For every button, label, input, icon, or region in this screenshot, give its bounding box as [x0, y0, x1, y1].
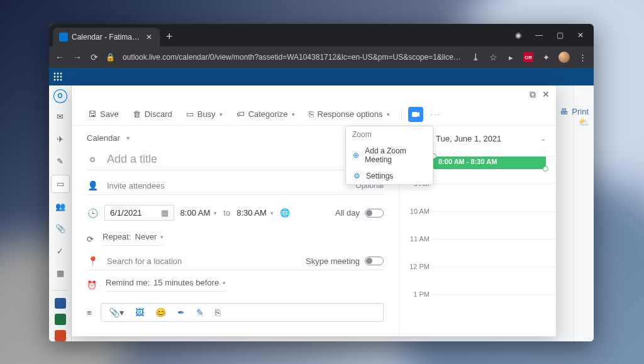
busy-selector[interactable]: ▭ Busy ▾ [181, 107, 228, 121]
record-icon[interactable]: ◉ [515, 31, 521, 40]
response-options-selector[interactable]: ⎘ Response options ▾ [304, 107, 395, 121]
svg-point-5 [60, 76, 62, 78]
rail-send-icon[interactable]: ✈ [52, 130, 69, 148]
print-button[interactable]: 🖶 Print [560, 107, 589, 116]
close-panel-icon[interactable]: ✕ [542, 89, 550, 99]
bookmark-star-icon[interactable]: ☆ [488, 52, 498, 62]
rail-todo-icon[interactable]: ✓ [52, 242, 69, 260]
rail-powerpoint-icon[interactable] [55, 330, 66, 341]
calendar-selector-label: Calendar [87, 133, 120, 143]
response-icon: ⎘ [309, 109, 314, 119]
hour-line [433, 184, 556, 184]
tab-close-icon[interactable]: ✕ [145, 33, 153, 41]
forward-button[interactable]: → [73, 52, 82, 62]
location-icon: 📍 [87, 256, 98, 266]
profile-avatar[interactable] [558, 52, 570, 63]
rail-mail-icon[interactable]: ✉ [52, 108, 69, 126]
remind-row: ⏰ Remind me: 15 minutes before ▾ [87, 278, 384, 292]
person-icon: 👤 [87, 180, 98, 190]
print-icon: 🖶 [560, 107, 568, 116]
side-addins-column: ⛅ [574, 85, 594, 341]
skype-toggle[interactable] [365, 256, 384, 265]
event-panel: ⧉ ✕ 🖫 Save 🗑 Discard ▭ Busy ▾ 🏷 [72, 85, 556, 336]
start-time-input[interactable]: 8:00 AM ▾ [180, 208, 218, 218]
app-launcher-icon[interactable] [49, 68, 67, 85]
datetime-row: 🕒 6/1/2021 ▦ 8:00 AM ▾ to 8:30 AM ▾ [87, 202, 384, 224]
attendees-input[interactable]: Invite attendees [107, 181, 347, 190]
rail-drafts-icon[interactable]: ✎ [52, 153, 69, 170]
discard-button[interactable]: 🗑 Discard [128, 107, 177, 121]
rail-calendar-icon[interactable]: ▭ [52, 175, 69, 193]
extension-off-badge[interactable]: Off [523, 52, 533, 62]
all-day-toggle[interactable] [365, 209, 384, 218]
lock-icon[interactable]: 🔒 [106, 53, 115, 62]
minimize-button[interactable]: — [535, 31, 543, 40]
svg-point-1 [57, 73, 59, 75]
title-row: Add a title [87, 150, 384, 170]
remind-selector[interactable]: Remind me: 15 minutes before ▾ [106, 278, 226, 292]
close-window-button[interactable]: ✕ [577, 31, 584, 40]
extension-flag-icon[interactable]: ▸ [506, 52, 516, 62]
event-toolbar: 🖫 Save 🗑 Discard ▭ Busy ▾ 🏷 Categorize ▾ [72, 103, 556, 126]
save-button[interactable]: 🖫 Save [83, 107, 124, 121]
back-button[interactable]: ← [55, 52, 64, 62]
repeat-selector[interactable]: Repeat: Never ▾ [103, 232, 164, 246]
print-label: Print [572, 107, 589, 116]
chevron-down-icon[interactable]: ⌄ [540, 135, 546, 143]
calendar-selector[interactable]: Calendar ▾ [87, 133, 384, 143]
hour-label: 12 PM [409, 263, 430, 270]
insert-image-button[interactable]: 🖼 [135, 307, 144, 317]
end-time-input[interactable]: 8:30 AM ▾ [236, 208, 274, 218]
chevron-down-icon: ▾ [223, 280, 226, 286]
url-text[interactable]: outlook.live.com/calendar/0/view/month?a… [123, 53, 463, 62]
zoom-settings-item[interactable]: ⚙ Settings [346, 168, 433, 184]
date-input[interactable]: 6/1/2021 ▦ [104, 205, 174, 221]
repeat-row: ⟳ Repeat: Never ▾ [87, 232, 384, 246]
rail-people-icon[interactable]: 👥 [52, 197, 69, 215]
start-time-value: 8:00 AM [180, 208, 211, 218]
rail-attach-icon[interactable]: 📎 [52, 220, 69, 238]
trash-icon: 🗑 [133, 109, 141, 119]
extensions-puzzle-icon[interactable]: ✦ [541, 52, 551, 62]
rail-outlook-icon[interactable]: O [53, 89, 67, 103]
categorize-selector[interactable]: 🏷 Categorize ▾ [231, 107, 300, 121]
format-button[interactable]: ✒ [177, 307, 185, 317]
zoom-add-meeting-item[interactable]: ⊕ Add a Zoom Meeting [346, 143, 433, 168]
title-input[interactable]: Add a title [107, 153, 384, 166]
rail-word-icon[interactable] [55, 298, 66, 309]
timezone-icon[interactable]: 🌐 [280, 208, 290, 218]
new-tab-button[interactable]: + [166, 30, 173, 43]
weather-icon[interactable]: ⛅ [579, 117, 589, 127]
template-button[interactable]: ⎘ [215, 307, 220, 317]
chevron-down-icon: ▾ [126, 135, 130, 141]
signature-button[interactable]: ✎ [196, 307, 204, 317]
browser-tab[interactable]: Calendar - Fatima Wahab - Outl… ✕ [53, 28, 160, 47]
reload-button[interactable]: ⟳ [91, 52, 98, 62]
browser-window: Calendar - Fatima Wahab - Outl… ✕ + ◉ — … [49, 24, 594, 341]
install-app-icon[interactable]: ⤓ [470, 52, 480, 62]
popout-icon[interactable]: ⧉ [530, 89, 536, 100]
all-day-label: All day [335, 208, 360, 218]
rail-addins-icon[interactable]: ▦ [52, 265, 69, 282]
emoji-button[interactable]: 😊 [155, 307, 166, 317]
rail-excel-icon[interactable] [55, 314, 66, 325]
schedule-event[interactable]: 8:00 AM - 8:30 AM [433, 156, 546, 169]
description-icon: ≡ [87, 303, 92, 317]
repeat-label: Repeat: [103, 232, 131, 241]
attach-button[interactable]: 📎▾ [109, 307, 124, 317]
skype-label: Skype meeting [306, 256, 360, 266]
location-input[interactable]: Search for a location [107, 256, 297, 266]
more-actions-button[interactable]: ··· [431, 110, 441, 119]
window-controls: ◉ — ▢ ✕ [505, 31, 594, 40]
svg-point-0 [54, 73, 56, 75]
svg-point-7 [57, 79, 59, 81]
repeat-icon: ⟳ [87, 234, 94, 244]
toolbar-separator [401, 108, 402, 121]
maximize-button[interactable]: ▢ [557, 31, 564, 40]
browser-menu-icon[interactable]: ⋮ [577, 52, 587, 62]
svg-rect-9 [412, 112, 418, 117]
svg-point-3 [54, 76, 56, 78]
response-label: Response options [318, 109, 383, 119]
title-bullet-icon [87, 157, 98, 162]
zoom-addin-button[interactable] [408, 107, 423, 122]
